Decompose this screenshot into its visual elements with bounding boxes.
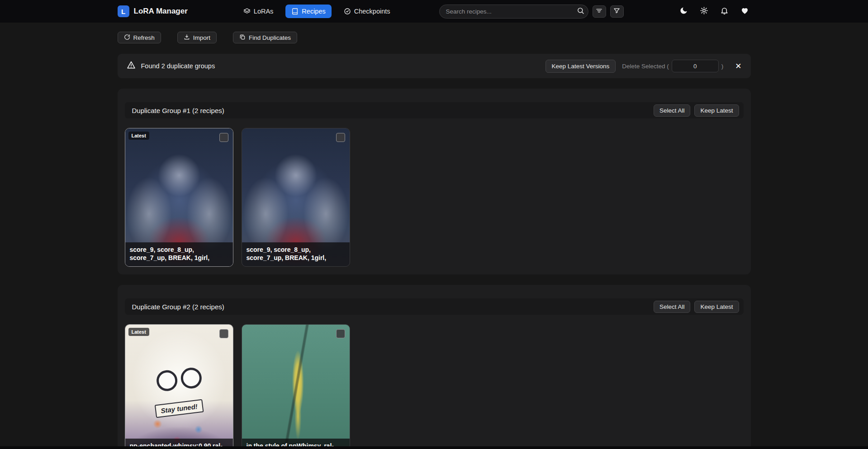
recipe-caption: score_9, score_8_up, score_7_up, BREAK, … <box>242 242 350 266</box>
toolbar: Refresh Import Find Duplicates <box>118 32 751 43</box>
gear-icon <box>700 6 708 16</box>
delete-selected-suffix: ) <box>721 63 724 70</box>
refresh-label: Refresh <box>133 34 155 41</box>
keep-latest-button[interactable]: Keep Latest <box>694 104 739 117</box>
card-checkbox[interactable] <box>336 133 345 142</box>
recipe-card[interactable]: Stay tuned! Latest pp-enchanted-whimsy:0… <box>125 324 233 449</box>
warning-icon <box>127 61 136 71</box>
keep-latest-button[interactable]: Keep Latest <box>694 301 739 313</box>
filter-button[interactable] <box>610 5 624 18</box>
group-header-actions: Select All Keep Latest <box>654 301 739 313</box>
selected-count-input[interactable] <box>672 60 719 72</box>
settings-button[interactable] <box>698 5 710 17</box>
cards-row: Stay tuned! Latest pp-enchanted-whimsy:0… <box>125 324 744 449</box>
bell-icon <box>720 6 729 16</box>
refresh-button[interactable]: Refresh <box>118 32 161 43</box>
find-duplicates-label: Find Duplicates <box>249 34 291 41</box>
delete-selected-group: Delete Selected ( ) <box>622 60 723 72</box>
close-icon[interactable]: ✕ <box>735 62 741 70</box>
book-icon <box>291 8 299 15</box>
refresh-icon <box>124 34 130 42</box>
viewport-bottom-edge <box>0 446 868 449</box>
group-header-actions: Select All Keep Latest <box>654 104 739 117</box>
nav-tab-loras[interactable]: LoRAs <box>237 5 280 18</box>
sign-text: Stay tuned! <box>154 399 203 418</box>
group-header: Duplicate Group #2 (2 recipes) Select Al… <box>125 298 744 315</box>
header-actions <box>678 5 751 17</box>
support-button[interactable] <box>739 5 751 17</box>
group-title: Duplicate Group #2 (2 recipes) <box>132 303 224 311</box>
theme-toggle-button[interactable] <box>678 5 690 17</box>
cards-row: Latest score_9, score_8_up, score_7_up, … <box>125 128 744 267</box>
copy-icon <box>239 34 246 42</box>
app-logo: L <box>118 5 129 17</box>
recipe-card[interactable]: Latest score_9, score_8_up, score_7_up, … <box>125 128 233 267</box>
duplicate-group-panel-2: Duplicate Group #2 (2 recipes) Select Al… <box>118 285 751 449</box>
duplicate-group-panel-1: Duplicate Group #1 (2 recipes) Select Al… <box>118 89 751 274</box>
alert-actions: Keep Latest Versions Delete Selected ( )… <box>545 60 742 73</box>
recipe-card[interactable]: in the style of ppWhimsy, ral-frctlgmtry… <box>242 324 350 449</box>
funnel-icon <box>613 7 620 15</box>
latest-badge: Latest <box>128 132 149 140</box>
nav-tab-label: LoRAs <box>254 8 274 15</box>
recipe-card[interactable]: score_9, score_8_up, score_7_up, BREAK, … <box>242 128 350 267</box>
group-header: Duplicate Group #1 (2 recipes) Select Al… <box>125 102 744 118</box>
sliders-icon <box>596 7 602 15</box>
find-duplicates-button[interactable]: Find Duplicates <box>233 32 297 43</box>
import-button[interactable]: Import <box>177 32 217 43</box>
search-icon <box>577 9 584 16</box>
logo-letter: L <box>121 8 125 15</box>
nav-tab-checkpoints[interactable]: Checkpoints <box>338 5 396 18</box>
moon-icon <box>679 6 688 16</box>
delete-selected-prefix: Delete Selected ( <box>622 63 669 70</box>
card-checkbox[interactable] <box>219 133 228 142</box>
main-nav: LoRAs Recipes Checkpoints <box>237 5 396 18</box>
recipe-caption: score_9, score_8_up, score_7_up, BREAK, … <box>125 242 233 266</box>
sort-options-button[interactable] <box>593 5 606 18</box>
cat-glasses-artwork <box>155 366 202 392</box>
latest-badge: Latest <box>128 328 149 336</box>
duplicates-alert-banner: Found 2 duplicate groups Keep Latest Ver… <box>118 54 751 78</box>
search-input[interactable] <box>439 5 588 19</box>
select-all-button[interactable]: Select All <box>654 301 691 313</box>
search-wrap <box>439 5 588 19</box>
search-button[interactable] <box>577 7 584 16</box>
search-group <box>439 5 624 19</box>
notifications-button[interactable] <box>719 5 730 17</box>
recipe-preview-image: Stay tuned! <box>125 325 233 449</box>
card-checkbox[interactable] <box>219 329 228 338</box>
card-checkbox[interactable] <box>336 329 345 338</box>
alert-message: Found 2 duplicate groups <box>141 62 215 70</box>
check-circle-icon <box>344 8 351 15</box>
keep-latest-versions-button[interactable]: Keep Latest Versions <box>545 60 616 73</box>
import-icon <box>184 34 190 42</box>
select-all-button[interactable]: Select All <box>654 104 691 117</box>
recipe-preview-image <box>242 325 350 449</box>
nav-tab-label: Recipes <box>302 8 325 15</box>
layers-icon <box>243 8 251 15</box>
import-label: Import <box>193 34 210 41</box>
nav-tab-recipes[interactable]: Recipes <box>285 5 331 18</box>
group-title: Duplicate Group #1 (2 recipes) <box>132 107 224 114</box>
app-title: LoRA Manager <box>134 7 188 16</box>
nav-tab-label: Checkpoints <box>354 8 390 15</box>
heart-icon <box>740 6 749 16</box>
app-header: L LoRA Manager LoRAs Recipes Checkpoint <box>0 0 868 23</box>
